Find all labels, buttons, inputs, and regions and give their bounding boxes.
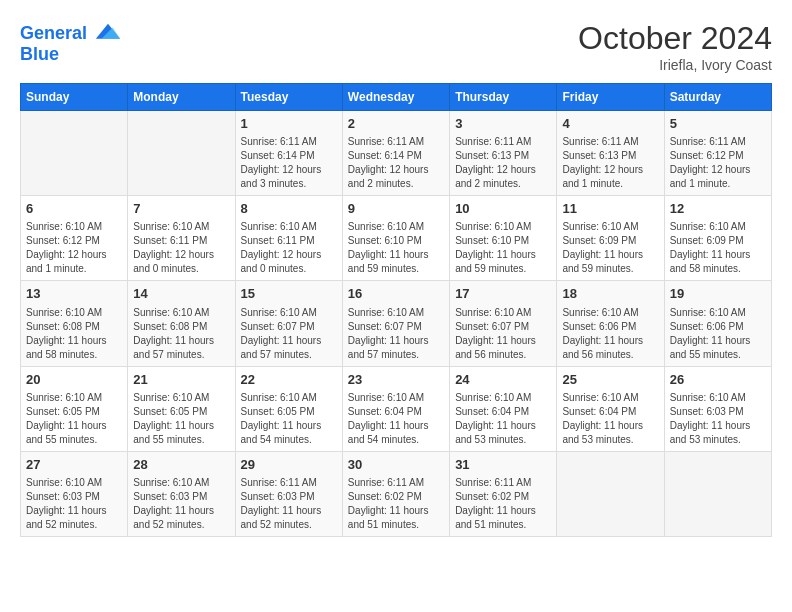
day-info: Sunrise: 6:10 AMSunset: 6:08 PMDaylight:… bbox=[26, 306, 122, 362]
calendar-cell: 12Sunrise: 6:10 AMSunset: 6:09 PMDayligh… bbox=[664, 196, 771, 281]
day-info: Sunrise: 6:10 AMSunset: 6:07 PMDaylight:… bbox=[455, 306, 551, 362]
day-number: 3 bbox=[455, 115, 551, 133]
day-info: Sunrise: 6:10 AMSunset: 6:06 PMDaylight:… bbox=[562, 306, 658, 362]
day-info: Sunrise: 6:10 AMSunset: 6:07 PMDaylight:… bbox=[348, 306, 444, 362]
calendar-cell: 20Sunrise: 6:10 AMSunset: 6:05 PMDayligh… bbox=[21, 366, 128, 451]
calendar-table: SundayMondayTuesdayWednesdayThursdayFrid… bbox=[20, 83, 772, 537]
day-info: Sunrise: 6:10 AMSunset: 6:11 PMDaylight:… bbox=[133, 220, 229, 276]
day-info: Sunrise: 6:11 AMSunset: 6:02 PMDaylight:… bbox=[348, 476, 444, 532]
day-number: 5 bbox=[670, 115, 766, 133]
calendar-cell: 21Sunrise: 6:10 AMSunset: 6:05 PMDayligh… bbox=[128, 366, 235, 451]
calendar-cell: 28Sunrise: 6:10 AMSunset: 6:03 PMDayligh… bbox=[128, 451, 235, 536]
day-number: 30 bbox=[348, 456, 444, 474]
weekday-header: Wednesday bbox=[342, 84, 449, 111]
calendar-cell: 10Sunrise: 6:10 AMSunset: 6:10 PMDayligh… bbox=[450, 196, 557, 281]
day-number: 31 bbox=[455, 456, 551, 474]
day-info: Sunrise: 6:11 AMSunset: 6:13 PMDaylight:… bbox=[562, 135, 658, 191]
day-info: Sunrise: 6:10 AMSunset: 6:03 PMDaylight:… bbox=[670, 391, 766, 447]
calendar-cell: 17Sunrise: 6:10 AMSunset: 6:07 PMDayligh… bbox=[450, 281, 557, 366]
day-info: Sunrise: 6:10 AMSunset: 6:07 PMDaylight:… bbox=[241, 306, 337, 362]
calendar-week-row: 6Sunrise: 6:10 AMSunset: 6:12 PMDaylight… bbox=[21, 196, 772, 281]
calendar-cell: 26Sunrise: 6:10 AMSunset: 6:03 PMDayligh… bbox=[664, 366, 771, 451]
weekday-header: Tuesday bbox=[235, 84, 342, 111]
day-info: Sunrise: 6:11 AMSunset: 6:14 PMDaylight:… bbox=[241, 135, 337, 191]
day-info: Sunrise: 6:10 AMSunset: 6:09 PMDaylight:… bbox=[562, 220, 658, 276]
day-number: 22 bbox=[241, 371, 337, 389]
calendar-week-row: 1Sunrise: 6:11 AMSunset: 6:14 PMDaylight… bbox=[21, 111, 772, 196]
calendar-cell: 31Sunrise: 6:11 AMSunset: 6:02 PMDayligh… bbox=[450, 451, 557, 536]
calendar-cell bbox=[664, 451, 771, 536]
day-info: Sunrise: 6:10 AMSunset: 6:12 PMDaylight:… bbox=[26, 220, 122, 276]
day-info: Sunrise: 6:10 AMSunset: 6:04 PMDaylight:… bbox=[562, 391, 658, 447]
location: Iriefla, Ivory Coast bbox=[578, 57, 772, 73]
calendar-cell: 9Sunrise: 6:10 AMSunset: 6:10 PMDaylight… bbox=[342, 196, 449, 281]
calendar-cell bbox=[557, 451, 664, 536]
weekday-header: Saturday bbox=[664, 84, 771, 111]
day-info: Sunrise: 6:10 AMSunset: 6:10 PMDaylight:… bbox=[455, 220, 551, 276]
calendar-cell: 22Sunrise: 6:10 AMSunset: 6:05 PMDayligh… bbox=[235, 366, 342, 451]
day-info: Sunrise: 6:10 AMSunset: 6:06 PMDaylight:… bbox=[670, 306, 766, 362]
day-number: 14 bbox=[133, 285, 229, 303]
day-number: 2 bbox=[348, 115, 444, 133]
day-number: 1 bbox=[241, 115, 337, 133]
weekday-header: Sunday bbox=[21, 84, 128, 111]
day-info: Sunrise: 6:10 AMSunset: 6:05 PMDaylight:… bbox=[241, 391, 337, 447]
weekday-header: Monday bbox=[128, 84, 235, 111]
day-info: Sunrise: 6:11 AMSunset: 6:03 PMDaylight:… bbox=[241, 476, 337, 532]
day-number: 19 bbox=[670, 285, 766, 303]
calendar-cell: 1Sunrise: 6:11 AMSunset: 6:14 PMDaylight… bbox=[235, 111, 342, 196]
calendar-cell bbox=[21, 111, 128, 196]
calendar-cell: 5Sunrise: 6:11 AMSunset: 6:12 PMDaylight… bbox=[664, 111, 771, 196]
day-number: 17 bbox=[455, 285, 551, 303]
day-number: 18 bbox=[562, 285, 658, 303]
weekday-header: Friday bbox=[557, 84, 664, 111]
day-number: 12 bbox=[670, 200, 766, 218]
day-info: Sunrise: 6:11 AMSunset: 6:14 PMDaylight:… bbox=[348, 135, 444, 191]
day-number: 27 bbox=[26, 456, 122, 474]
calendar-week-row: 27Sunrise: 6:10 AMSunset: 6:03 PMDayligh… bbox=[21, 451, 772, 536]
calendar-cell: 13Sunrise: 6:10 AMSunset: 6:08 PMDayligh… bbox=[21, 281, 128, 366]
calendar-cell: 14Sunrise: 6:10 AMSunset: 6:08 PMDayligh… bbox=[128, 281, 235, 366]
day-number: 11 bbox=[562, 200, 658, 218]
day-info: Sunrise: 6:10 AMSunset: 6:05 PMDaylight:… bbox=[133, 391, 229, 447]
day-info: Sunrise: 6:10 AMSunset: 6:05 PMDaylight:… bbox=[26, 391, 122, 447]
day-number: 10 bbox=[455, 200, 551, 218]
calendar-cell: 4Sunrise: 6:11 AMSunset: 6:13 PMDaylight… bbox=[557, 111, 664, 196]
calendar-cell: 24Sunrise: 6:10 AMSunset: 6:04 PMDayligh… bbox=[450, 366, 557, 451]
day-info: Sunrise: 6:10 AMSunset: 6:11 PMDaylight:… bbox=[241, 220, 337, 276]
day-number: 26 bbox=[670, 371, 766, 389]
day-number: 8 bbox=[241, 200, 337, 218]
calendar-cell: 15Sunrise: 6:10 AMSunset: 6:07 PMDayligh… bbox=[235, 281, 342, 366]
day-info: Sunrise: 6:10 AMSunset: 6:03 PMDaylight:… bbox=[133, 476, 229, 532]
title-area: October 2024 Iriefla, Ivory Coast bbox=[578, 20, 772, 73]
day-number: 7 bbox=[133, 200, 229, 218]
day-info: Sunrise: 6:10 AMSunset: 6:03 PMDaylight:… bbox=[26, 476, 122, 532]
day-info: Sunrise: 6:10 AMSunset: 6:08 PMDaylight:… bbox=[133, 306, 229, 362]
calendar-week-row: 13Sunrise: 6:10 AMSunset: 6:08 PMDayligh… bbox=[21, 281, 772, 366]
day-number: 25 bbox=[562, 371, 658, 389]
day-info: Sunrise: 6:11 AMSunset: 6:02 PMDaylight:… bbox=[455, 476, 551, 532]
calendar-cell: 6Sunrise: 6:10 AMSunset: 6:12 PMDaylight… bbox=[21, 196, 128, 281]
calendar-cell: 30Sunrise: 6:11 AMSunset: 6:02 PMDayligh… bbox=[342, 451, 449, 536]
day-number: 15 bbox=[241, 285, 337, 303]
calendar-cell: 3Sunrise: 6:11 AMSunset: 6:13 PMDaylight… bbox=[450, 111, 557, 196]
calendar-cell: 16Sunrise: 6:10 AMSunset: 6:07 PMDayligh… bbox=[342, 281, 449, 366]
calendar-cell: 25Sunrise: 6:10 AMSunset: 6:04 PMDayligh… bbox=[557, 366, 664, 451]
day-number: 21 bbox=[133, 371, 229, 389]
month-title: October 2024 bbox=[578, 20, 772, 57]
day-info: Sunrise: 6:10 AMSunset: 6:09 PMDaylight:… bbox=[670, 220, 766, 276]
calendar-week-row: 20Sunrise: 6:10 AMSunset: 6:05 PMDayligh… bbox=[21, 366, 772, 451]
day-info: Sunrise: 6:10 AMSunset: 6:04 PMDaylight:… bbox=[455, 391, 551, 447]
day-number: 28 bbox=[133, 456, 229, 474]
calendar-cell: 11Sunrise: 6:10 AMSunset: 6:09 PMDayligh… bbox=[557, 196, 664, 281]
day-number: 4 bbox=[562, 115, 658, 133]
day-number: 23 bbox=[348, 371, 444, 389]
calendar-cell: 18Sunrise: 6:10 AMSunset: 6:06 PMDayligh… bbox=[557, 281, 664, 366]
day-number: 24 bbox=[455, 371, 551, 389]
day-info: Sunrise: 6:10 AMSunset: 6:10 PMDaylight:… bbox=[348, 220, 444, 276]
page-header: General Blue October 2024 Iriefla, Ivory… bbox=[20, 20, 772, 73]
calendar-cell: 23Sunrise: 6:10 AMSunset: 6:04 PMDayligh… bbox=[342, 366, 449, 451]
calendar-cell: 2Sunrise: 6:11 AMSunset: 6:14 PMDaylight… bbox=[342, 111, 449, 196]
day-number: 16 bbox=[348, 285, 444, 303]
day-number: 9 bbox=[348, 200, 444, 218]
